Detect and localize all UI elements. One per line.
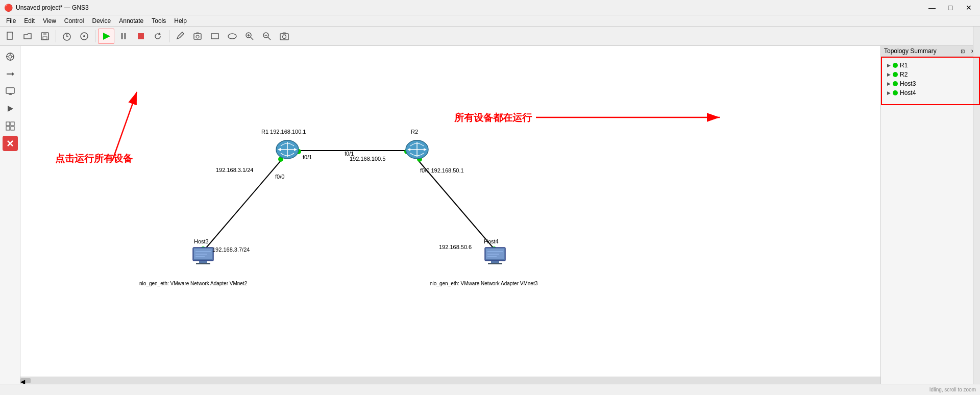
play-button[interactable] [3,101,18,116]
topology-node-host3[interactable]: ▶ Host3 [885,79,976,88]
svg-point-14 [196,35,199,38]
zoom-in-button[interactable] [241,29,258,44]
titlebar-left: 🔴 Unsaved project* — GNS3 [4,4,89,12]
horizontal-scrollbar[interactable]: ◀ [20,377,880,384]
r2-label: R2 [411,129,418,135]
svg-line-46 [204,161,281,250]
host3-label: Host3 [194,238,209,244]
menubar-item-control[interactable]: Control [60,16,88,26]
devices-button[interactable] [76,29,92,44]
stop-button[interactable] [133,29,149,44]
titlebar-controls: — □ ✕ [925,3,976,13]
host4-node[interactable] [484,246,506,266]
tree-arrow-host3: ▶ [887,81,891,86]
host4-ip: 192.168.50.6 [439,244,472,250]
topology-node-host4[interactable]: ▶ Host4 [885,88,976,97]
topology-node-r1[interactable]: ▶ R1 [885,61,976,70]
svg-point-28 [9,55,12,58]
host3-icon [192,246,214,266]
new-button[interactable] [2,29,18,44]
svg-rect-40 [11,122,14,126]
svg-rect-39 [6,122,10,126]
move-tool-button[interactable] [3,49,18,64]
save-button[interactable] [37,29,53,44]
svg-line-22 [268,37,271,40]
menubar-item-edit[interactable]: Edit [20,16,39,26]
topology-summary-title: Topology Summary [884,47,937,55]
svg-rect-41 [6,127,10,130]
svg-rect-66 [199,261,207,263]
menubar-item-help[interactable]: Help [170,16,191,26]
tree-node-label-host3: Host3 [900,80,916,87]
svg-rect-65 [194,249,212,259]
svg-rect-72 [486,249,504,259]
status-dot-host3 [893,81,898,86]
pause-button[interactable] [115,29,132,44]
main-area: R1 192.168.100.1 R2 [0,46,980,384]
status-dot-host4 [893,90,898,95]
router-r1[interactable] [275,137,300,162]
toolbar [0,27,980,46]
svg-rect-10 [121,33,123,39]
statusbar: Idling, scroll to zoom [0,384,980,395]
camera-button[interactable] [276,29,292,44]
link-label-r2-ip: 192.168.100.5 [350,156,385,162]
open-button[interactable] [19,29,36,44]
svg-point-16 [228,34,236,39]
svg-marker-34 [12,72,14,76]
monitor-button[interactable] [3,84,18,99]
tree-node-label-r1: R1 [900,62,908,69]
vertical-scrollbar[interactable] [973,27,980,384]
canvas[interactable]: R1 192.168.100.1 R2 [20,46,880,384]
run-all-button[interactable] [98,29,114,44]
menubar-item-annotate[interactable]: Annotate [115,16,148,26]
timer-button[interactable] [59,29,75,44]
tree-node-label-r2: R2 [900,71,908,78]
menubar-item-file[interactable]: File [2,16,20,26]
link-label-r1-f00: f0/0 [275,174,284,180]
svg-rect-2 [43,33,46,35]
maximize-button[interactable]: □ [943,3,958,13]
edit-button[interactable] [172,29,188,44]
topology-node-r2[interactable]: ▶ R2 [885,70,976,79]
link-label-r2-f00-ip: f0/0 192.168.50.1 [420,167,464,174]
topology-tree: ▶ R1 ▶ R2 ▶ Host3 ▶ Host4 [883,59,978,100]
tree-arrow-r1: ▶ [887,63,891,68]
oval-button[interactable] [224,29,240,44]
svg-rect-74 [488,263,502,264]
link-label-r1-f01: f0/1 [303,154,312,160]
menubar: FileEditViewControlDeviceAnnotateToolsHe… [0,15,980,27]
status-dot-r1 [893,63,898,68]
svg-rect-3 [43,37,47,39]
close-button[interactable]: ✕ [962,3,976,13]
host3-ip: 192.168.3.7/24 [212,246,250,253]
link-button[interactable] [3,66,18,82]
tree-arrow-r2: ▶ [887,72,891,77]
reload-button[interactable] [150,29,166,44]
svg-marker-38 [8,106,13,112]
error-button[interactable] [3,136,18,151]
zoom-out-button[interactable] [259,29,275,44]
minimize-button[interactable]: — [925,3,939,13]
router-r1-icon [275,137,300,162]
svg-rect-24 [280,34,288,40]
snapshot-button[interactable] [189,29,206,44]
scroll-left-arrow[interactable]: ◀ [20,378,31,383]
rect-button[interactable] [207,29,223,44]
svg-point-8 [83,35,85,37]
svg-point-25 [283,35,286,38]
svg-rect-73 [491,261,499,263]
group-nodes-button[interactable] [3,118,18,134]
menubar-item-device[interactable]: Device [88,16,115,26]
menubar-item-tools[interactable]: Tools [148,16,170,26]
topology-float-button[interactable]: ⊡ [959,47,967,55]
router-r2-icon [404,137,430,162]
router-r2[interactable] [404,137,430,162]
annotation-click-run: 点击运行所有设备 [55,152,133,165]
app-icon: 🔴 [4,4,13,12]
host3-node[interactable] [192,246,214,266]
svg-rect-42 [11,127,14,130]
menubar-item-view[interactable]: View [39,16,60,26]
right-panel: Topology Summary ⊡ ✕ ▶ R1 ▶ R2 ▶ Host3 ▶… [880,46,980,384]
arrow-to-topology [531,102,735,133]
